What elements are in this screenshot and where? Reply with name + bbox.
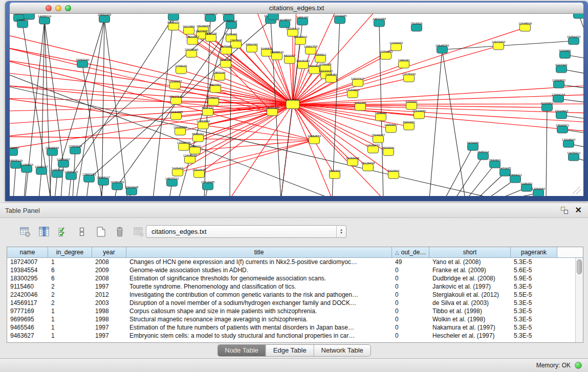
network-node[interactable]: 8534930: [382, 146, 395, 156]
network-edge[interactable]: [455, 156, 483, 196]
network-node[interactable]: 16914479: [192, 168, 206, 178]
network-node[interactable]: 12942757: [35, 165, 49, 174]
table-row[interactable]: 946554611997Estimation of the future num…: [7, 323, 575, 332]
network-node[interactable]: 11263446: [346, 157, 360, 166]
network-node[interactable]: 12353584: [197, 120, 210, 129]
table-row[interactable]: 911546021997Tourette syndrome. Phenomeno…: [7, 282, 575, 291]
canvas-resize-grip[interactable]: [573, 187, 581, 194]
network-edge[interactable]: [293, 104, 353, 162]
network-node[interactable]: 11156829: [20, 163, 33, 172]
network-node[interactable]: 9466160: [296, 16, 309, 25]
network-node[interactable]: 18107540: [169, 95, 183, 104]
network-edge[interactable]: [24, 169, 27, 196]
network-node[interactable]: 7495083: [325, 73, 337, 82]
minimize-window-icon[interactable]: [55, 5, 61, 11]
network-node[interactable]: 16210643: [555, 110, 569, 119]
network-node[interactable]: 16543862: [186, 35, 200, 45]
network-node[interactable]: 7955812: [314, 53, 326, 62]
column-header-name[interactable]: name: [7, 247, 48, 258]
column-header-in_degree[interactable]: in_degree: [48, 247, 92, 258]
network-node[interactable]: 16648784: [435, 44, 449, 53]
network-edge[interactable]: [10, 98, 293, 104]
network-node[interactable]: 32975887: [57, 158, 71, 167]
network-node[interactable]: 17957253: [82, 173, 96, 182]
network-node[interactable]: 20053346: [76, 58, 90, 68]
network-node[interactable]: 11451940: [51, 168, 64, 178]
network-node[interactable]: 10654112: [509, 173, 522, 183]
network-node[interactable]: 8267130: [202, 106, 214, 116]
network-node[interactable]: 11548908: [518, 22, 532, 31]
table-row[interactable]: 946362711997Embryonic stem cells: a mode…: [7, 332, 575, 340]
network-node[interactable]: 12154493: [389, 41, 403, 51]
network-edge[interactable]: [546, 107, 547, 196]
column-header-short[interactable]: short: [429, 247, 511, 258]
network-node[interactable]: 14165491: [366, 144, 380, 153]
network-edge[interactable]: [467, 164, 495, 196]
network-node[interactable]: 16958107: [97, 176, 111, 185]
network-node[interactable]: 19384554: [308, 135, 321, 144]
network-node[interactable]: 15888520: [270, 51, 284, 60]
network-node[interactable]: 19461177: [167, 14, 181, 20]
column-header-pagerank[interactable]: pagerank: [511, 247, 557, 258]
network-node[interactable]: 13775150: [402, 73, 416, 82]
table-row[interactable]: 1938455462009Genome-wide association stu…: [7, 266, 575, 274]
column-header-year[interactable]: year: [92, 247, 126, 258]
network-node[interactable]: 13164613: [346, 89, 360, 98]
network-node[interactable]: 7857224: [225, 19, 237, 29]
network-node[interactable]: 12054082: [532, 187, 546, 196]
network-node[interactable]: 10719184: [333, 14, 347, 24]
vertical-scrollbar[interactable]: [575, 258, 583, 342]
network-node[interactable]: 9227343: [555, 63, 568, 73]
network-node[interactable]: 14055724: [38, 15, 52, 24]
network-edge[interactable]: [10, 60, 293, 104]
table-row[interactable]: 1456911722003Disruption of a novel membe…: [7, 299, 575, 307]
network-node[interactable]: 9546506: [329, 169, 341, 179]
close-panel-icon[interactable]: ✕: [575, 206, 582, 214]
network-node[interactable]: 8454749: [246, 43, 258, 52]
network-node[interactable]: 8822037: [284, 54, 296, 63]
table-row[interactable]: 1830029562008Estimation of significance …: [7, 274, 575, 282]
window-titlebar[interactable]: citations_edges.txt: [10, 3, 583, 14]
show-column-icon[interactable]: [37, 225, 51, 238]
network-edge[interactable]: [102, 19, 104, 196]
network-canvas[interactable]: 2863101858015414055721405572420691406194…: [10, 14, 583, 196]
table-row[interactable]: 969969511998Structural magnetic resonanc…: [7, 315, 575, 323]
network-node[interactable]: 15751074: [567, 35, 581, 45]
network-node[interactable]: 9242848: [220, 58, 232, 68]
network-node[interactable]: 7485083: [398, 59, 410, 68]
network-node[interactable]: 8878332: [192, 133, 204, 142]
network-node[interactable]: 2718120: [175, 64, 187, 74]
network-node[interactable]: 8860123: [167, 21, 180, 30]
network-node[interactable]: 26160090: [10, 146, 19, 156]
network-node[interactable]: 12261084: [572, 14, 583, 18]
table-row[interactable]: 2242004622012Investigating the contribut…: [7, 291, 575, 299]
network-edge[interactable]: [429, 50, 442, 196]
network-node[interactable]: 2803144: [213, 71, 226, 80]
network-edge[interactable]: [10, 137, 314, 140]
network-node[interactable]: 10647427: [351, 77, 365, 86]
network-edge[interactable]: [442, 50, 465, 196]
network-node[interactable]: 8186328: [205, 32, 217, 41]
network-node[interactable]: 19166822: [173, 126, 187, 135]
network-node[interactable]: 12505125: [64, 170, 78, 180]
network-node[interactable]: 3675685: [220, 45, 232, 54]
import-table-icon[interactable]: [132, 225, 145, 238]
network-node[interactable]: 14577710: [165, 177, 179, 186]
network-node[interactable]: 8924502: [387, 169, 400, 179]
network-node[interactable]: 11544690: [412, 110, 426, 119]
network-node[interactable]: 9152246: [354, 101, 366, 111]
network-node[interactable]: 19218596: [278, 18, 292, 28]
network-node[interactable]: 8969650: [403, 121, 415, 130]
network-edge[interactable]: [579, 15, 583, 43]
column-header-title[interactable]: title: [126, 247, 392, 258]
network-node[interactable]: 14671355: [373, 17, 386, 27]
network-node[interactable]: 18724007: [286, 98, 300, 109]
table-row[interactable]: 1872400712008Changes of HCN gene express…: [7, 258, 575, 266]
network-node[interactable]: 19654985: [169, 111, 183, 120]
network-node[interactable]: 18640910: [294, 35, 308, 45]
network-edge[interactable]: [198, 112, 272, 138]
network-graph[interactable]: 2863101858015414055721405572420691406194…: [10, 14, 583, 196]
network-node[interactable]: 12409948: [183, 154, 197, 163]
network-node[interactable]: 9154660: [405, 100, 418, 110]
table-mode-icon[interactable]: [18, 225, 32, 238]
